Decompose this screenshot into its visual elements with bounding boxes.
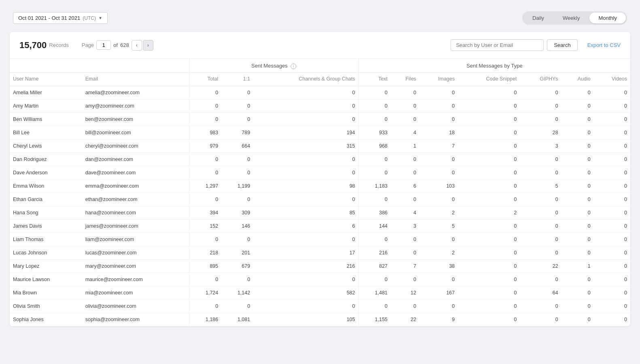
cell-images: 2 — [419, 246, 458, 259]
cell-text: 827 — [359, 259, 391, 273]
cell-userName: Liam Thomas — [10, 233, 82, 246]
cell-audio: 0 — [561, 193, 594, 206]
cell-images: 167 — [419, 286, 458, 299]
cell-email: amy@zoomineer.com — [82, 99, 189, 112]
cell-images: 0 — [419, 273, 458, 286]
cell-giphys: 0 — [520, 273, 561, 286]
cell-codeSnippet: 0 — [458, 99, 520, 112]
col-header-channelsGroup: Channels & Group Chats — [253, 72, 359, 86]
export-csv-button[interactable]: Export to CSV — [587, 42, 621, 48]
cell-codeSnippet: 0 — [458, 233, 520, 246]
search-button[interactable]: Search — [547, 39, 577, 51]
cell-images: 18 — [419, 126, 458, 139]
cell-total: 895 — [189, 259, 221, 273]
page-input[interactable] — [96, 40, 111, 50]
cell-videos: 0 — [594, 166, 630, 179]
cell-total: 218 — [189, 246, 221, 259]
cell-email: amelia@zoomineer.com — [82, 86, 189, 99]
col-header-files: Files — [391, 72, 419, 86]
cell-audio: 0 — [561, 273, 594, 286]
col-header-text: Text — [359, 72, 391, 86]
cell-files: 12 — [391, 286, 419, 299]
cell-audio: 0 — [561, 246, 594, 259]
cell-images: 9 — [419, 313, 458, 326]
group-sent-messages: Sent Messages i — [189, 59, 358, 72]
cell-audio: 0 — [561, 219, 594, 233]
cell-images: 0 — [419, 299, 458, 313]
cell-giphys: 0 — [520, 166, 561, 179]
cell-email: sophia@zoomineer.com — [82, 313, 189, 326]
cell-total: 983 — [189, 126, 221, 139]
cell-files: 0 — [391, 152, 419, 166]
cell-oneToOne: 679 — [221, 259, 253, 273]
next-page-button[interactable]: › — [143, 40, 153, 51]
timezone-text: (UTC) — [83, 15, 96, 21]
cell-codeSnippet: 0 — [458, 112, 520, 126]
table-row: Cheryl Lewischeryl@zoomineer.com97966431… — [10, 139, 630, 152]
cell-images: 0 — [419, 86, 458, 99]
cell-codeSnippet: 0 — [458, 166, 520, 179]
cell-oneToOne: 0 — [221, 86, 253, 99]
table-row: Amelia Milleramelia@zoomineer.com0000000… — [10, 86, 630, 99]
date-picker[interactable]: Oct 01 2021 - Oct 31 2021 (UTC) ▼ — [13, 12, 108, 24]
col-header-videos: Videos — [594, 72, 630, 86]
cell-channelsGroup: 0 — [253, 273, 359, 286]
cell-images: 7 — [419, 139, 458, 152]
cell-giphys: 64 — [520, 286, 561, 299]
cell-oneToOne: 0 — [221, 273, 253, 286]
cell-userName: Mia Brown — [10, 286, 82, 299]
cell-videos: 0 — [594, 99, 630, 112]
cell-files: 6 — [391, 179, 419, 193]
group-header-row: Sent Messages i Sent Messages by Type — [10, 59, 630, 72]
cell-codeSnippet: 0 — [458, 246, 520, 259]
table-row: Maurice Lawsonmaurice@zoomineer.com00000… — [10, 273, 630, 286]
cell-videos: 0 — [594, 273, 630, 286]
cell-userName: Ethan Garcia — [10, 193, 82, 206]
cell-channelsGroup: 315 — [253, 139, 359, 152]
cell-email: cheryl@zoomineer.com — [82, 139, 189, 152]
cell-channelsGroup: 0 — [253, 86, 359, 99]
period-tab-daily[interactable]: Daily — [523, 13, 553, 23]
cell-oneToOne: 146 — [221, 219, 253, 233]
cell-videos: 0 — [594, 193, 630, 206]
cell-email: hana@zoomineer.com — [82, 206, 189, 219]
cell-total: 0 — [189, 166, 221, 179]
col-header-codeSnippet: Code Snippet — [458, 72, 520, 86]
cell-oneToOne: 0 — [221, 166, 253, 179]
period-tab-weekly[interactable]: Weekly — [554, 13, 589, 23]
cell-files: 0 — [391, 99, 419, 112]
cell-userName: Olivia Smith — [10, 299, 82, 313]
cell-total: 1,724 — [189, 286, 221, 299]
cell-videos: 0 — [594, 246, 630, 259]
cell-oneToOne: 309 — [221, 206, 253, 219]
cell-email: liam@zoomineer.com — [82, 233, 189, 246]
prev-page-button[interactable]: ‹ — [132, 40, 142, 51]
search-input[interactable] — [451, 39, 544, 51]
cell-images: 103 — [419, 179, 458, 193]
cell-email: olivia@zoomineer.com — [82, 299, 189, 313]
table-row: Bill Leebill@zoomineer.com98378919493341… — [10, 126, 630, 139]
table-row: Mary Lopezmary@zoomineer.com895679216827… — [10, 259, 630, 273]
cell-codeSnippet: 0 — [458, 286, 520, 299]
period-tab-monthly[interactable]: Monthly — [589, 13, 626, 23]
cell-total: 0 — [189, 299, 221, 313]
cell-files: 0 — [391, 86, 419, 99]
cell-oneToOne: 789 — [221, 126, 253, 139]
cell-giphys: 0 — [520, 99, 561, 112]
cell-giphys: 0 — [520, 219, 561, 233]
cell-audio: 0 — [561, 112, 594, 126]
cell-oneToOne: 664 — [221, 139, 253, 152]
cell-email: mary@zoomineer.com — [82, 259, 189, 273]
cell-userName: Amelia Miller — [10, 86, 82, 99]
cell-files: 0 — [391, 112, 419, 126]
table-row: James Davisjames@zoomineer.com1521466144… — [10, 219, 630, 233]
cell-giphys: 0 — [520, 246, 561, 259]
cell-videos: 0 — [594, 233, 630, 246]
pagination: Page of 628 ‹ › — [82, 40, 153, 51]
cell-files: 0 — [391, 273, 419, 286]
col-header-giphys: GIPHYs — [520, 72, 561, 86]
cell-channelsGroup: 105 — [253, 313, 359, 326]
cell-total: 1,297 — [189, 179, 221, 193]
cell-userName: Emma Wilson — [10, 179, 82, 193]
cell-oneToOne: 1,142 — [221, 286, 253, 299]
